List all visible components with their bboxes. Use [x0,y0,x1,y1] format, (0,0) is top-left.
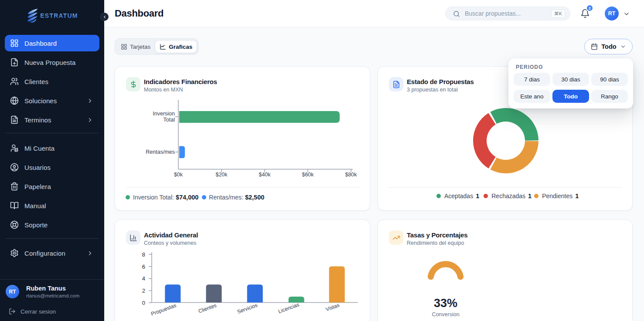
svg-text:$0k: $0k [174,172,183,178]
svg-text:0: 0 [142,300,145,306]
svg-text:Inversion: Inversion [153,111,175,117]
svg-text:$40k: $40k [259,172,271,178]
svg-text:Propuestas: Propuestas [150,302,177,317]
svg-text:2: 2 [142,287,145,294]
svg-text:$60k: $60k [302,172,314,178]
svg-text:Clientes: Clientes [198,302,218,314]
svg-text:Vistas: Vistas [325,302,340,312]
svg-text:8: 8 [142,251,145,258]
svg-text:$80k: $80k [345,172,357,178]
svg-text:4: 4 [142,275,145,282]
svg-text:Rentas/mes: Rentas/mes [146,149,175,155]
svg-text:Servicios: Servicios [236,302,259,315]
svg-text:Licencias: Licencias [277,301,300,314]
svg-text:$20k: $20k [215,172,228,178]
svg-text:6: 6 [142,264,145,270]
svg-text:Total: Total [164,117,175,123]
